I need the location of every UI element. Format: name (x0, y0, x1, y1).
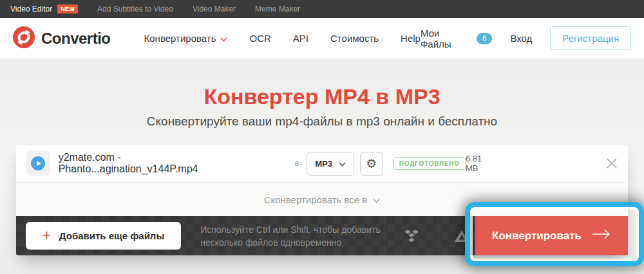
brand-name: Convertio (41, 30, 111, 48)
dropbox-icon (403, 229, 420, 243)
my-files-count-badge: 6 (477, 33, 493, 44)
converter-card: y2mate.com - Phanto...agination_v144P.mp… (16, 145, 628, 255)
promo-meme-maker[interactable]: Meme Maker (255, 5, 300, 14)
format-select[interactable]: MP3 (307, 152, 354, 176)
gear-icon: ⚙ (366, 156, 377, 171)
nav-pricing[interactable]: Стоимость (330, 33, 379, 44)
promo-bar: Video Editor NEW Add Subtitles to Video … (0, 0, 644, 18)
close-icon (607, 158, 617, 169)
action-bar: + Добавить еще файлы Используйте Ctrl ил… (16, 216, 628, 255)
nav-ocr[interactable]: OCR (249, 33, 270, 44)
chevron-down-icon (373, 194, 380, 205)
promo-add-subtitles[interactable]: Add Subtitles to Video (97, 5, 173, 14)
chevron-down-icon (220, 33, 227, 44)
promo-video-editor[interactable]: Video Editor NEW (10, 5, 78, 14)
new-badge: NEW (57, 5, 78, 14)
nav-convert[interactable]: Конвертировать (144, 33, 228, 44)
status-badge: ПОДГОТОВЛЕНО (393, 157, 466, 170)
my-files-link[interactable]: Мои Файлы 6 (421, 28, 492, 50)
convert-button[interactable]: Конвертировать (475, 216, 628, 255)
nav-help[interactable]: Help (401, 33, 421, 44)
promo-video-editor-label: Video Editor (10, 5, 52, 14)
convertio-logo-icon (13, 26, 35, 51)
page-subtitle: Сконвертируйте ваши mp4-файлы в mp3 онла… (0, 114, 644, 129)
header: Convertio Конвертировать OCR API Стоимос… (0, 18, 644, 59)
google-drive-icon (454, 230, 469, 242)
to-label: в (295, 159, 299, 168)
dropbox-button[interactable] (385, 216, 438, 255)
file-thumbnail (26, 151, 50, 176)
settings-button[interactable]: ⚙ (360, 152, 383, 176)
main-content: Конвертер MP4 в MP3 Сконвертируйте ваши … (0, 59, 644, 274)
page-title: Конвертер MP4 в MP3 (0, 59, 644, 109)
signup-button[interactable]: Регистрация (550, 26, 631, 50)
cloud-sources (384, 216, 485, 255)
header-right: Мои Файлы 6 Вход Регистрация (421, 26, 631, 50)
file-size: 6.81 MB (466, 154, 496, 173)
plus-icon: + (43, 228, 51, 242)
nav-api[interactable]: API (293, 33, 308, 44)
arrow-right-icon (592, 229, 611, 242)
chevron-down-icon (339, 159, 346, 169)
convertio-logo[interactable]: Convertio (13, 26, 111, 51)
main-nav: Конвертировать OCR API Стоимость Help (144, 33, 421, 44)
promo-video-maker[interactable]: Video Maker (193, 5, 236, 14)
convert-all-dropdown[interactable]: Сконвертировать все в (16, 182, 628, 216)
file-name: y2mate.com - Phanto...agination_v144P.mp… (59, 152, 256, 175)
remove-file-button[interactable] (607, 158, 618, 169)
file-row: y2mate.com - Phanto...agination_v144P.mp… (16, 145, 628, 182)
login-link[interactable]: Вход (510, 33, 532, 44)
multiselect-hint: Используйте Ctrl или Shift, чтобы добави… (200, 223, 416, 249)
play-icon (31, 156, 45, 170)
add-files-button[interactable]: + Добавить еще файлы (26, 222, 181, 250)
